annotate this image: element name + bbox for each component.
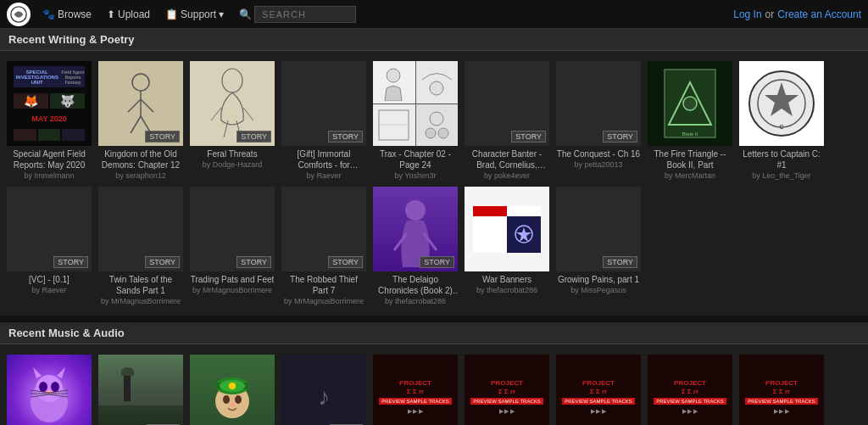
svg-point-47 [229, 383, 236, 389]
item-author: by thefacrobat286 [385, 297, 446, 305]
story-badge: STORY [236, 256, 271, 268]
gallery-item[interactable]: STORYCharacter Banter - Brad, Cornelius,… [461, 58, 553, 183]
item-title: Trax - Chapter 02 - Page 24 [373, 148, 458, 171]
item-title: Growing Pains, part 1 [558, 274, 639, 285]
svg-line-8 [211, 108, 221, 120]
gallery-item[interactable]: SPECIAL INVESTIGATIONS UNITField Agent R… [3, 58, 95, 183]
item-title: [Gift] Immortal Comforts - for HyenaGlas… [281, 148, 366, 171]
svg-marker-33 [57, 367, 65, 378]
site-logo[interactable] [7, 3, 31, 26]
gallery-item[interactable]: PROJECTΣ Σ rr PREVIEW SAMPLE TRACKS ▶ ▶ … [644, 351, 736, 425]
svg-line-5 [131, 116, 141, 133]
story-badge: STORY [236, 131, 271, 143]
item-title: War Banners [482, 274, 531, 285]
navbar: 🐾 Browse ⬆ Upload 📋 Support ▾ 🔍 Log In o… [0, 0, 868, 29]
item-author: by poke4ever [484, 171, 530, 180]
item-author: by MissPegasus [570, 286, 626, 294]
gallery-item[interactable]: PROJECTΣ Σ rr PREVIEW SAMPLE TRACKS ▶ ▶ … [461, 351, 553, 425]
gallery-item[interactable]: Book II The Fire Triangle -- Book II, Pa… [644, 58, 736, 183]
svg-point-13 [430, 81, 443, 95]
story-badge: STORY [328, 131, 363, 143]
support-nav[interactable]: 📋 Support ▾ [159, 5, 231, 24]
gallery-item[interactable]: STORYFeral Threatsby Dodge-Hazard [186, 58, 278, 183]
svg-point-35 [51, 382, 59, 392]
support-icon: 📋 [165, 8, 178, 20]
gallery-item[interactable]: PROJECTΣ Σ rr PREVIEW SAMPLE TRACKS ▶ ▶ … [553, 351, 644, 425]
item-title: Letters to Captain C: #1 [739, 148, 824, 171]
gallery-item[interactable]: STORYThe Robbed Thief Part 7by MrMagnusB… [278, 183, 370, 309]
item-title: Twin Tales of the Sands Part 1 [98, 274, 183, 296]
gallery-item[interactable]: STORYTrading Pats and Feetby MrMagnusBor… [186, 183, 278, 309]
gallery-item[interactable]: STORYThe Conquest - Ch 16by petta20013 [553, 58, 644, 183]
svg-point-49 [235, 395, 242, 404]
music-section-header: Recent Music & Audio [0, 322, 868, 344]
item-author: by MrMagnusBorrimere [192, 286, 272, 294]
story-badge: STORY [603, 131, 637, 143]
svg-point-21 [683, 97, 697, 110]
svg-point-26 [405, 200, 426, 221]
story-badge: STORY [420, 256, 454, 268]
upload-label: Upload [118, 8, 150, 20]
svg-point-50 [230, 403, 235, 406]
writing-section-header: Recent Writing & Poetry [0, 29, 868, 51]
story-badge: STORY [603, 256, 637, 268]
gallery-item[interactable]: MUSICБежать так быстро / Run so fastby M… [95, 351, 186, 425]
gallery-item[interactable]: STORY[Gift] Immortal Comforts - for Hyen… [278, 58, 370, 183]
item-author: by thefacrobat286 [476, 286, 537, 294]
gallery-item[interactable]: White Lion With the Green Mane (Drum Cad… [186, 351, 278, 425]
login-link[interactable]: Log In [733, 8, 761, 20]
support-label: Support [181, 8, 216, 20]
nav-links: 🐾 Browse ⬆ Upload 📋 Support ▾ 🔍 [36, 3, 363, 26]
item-author: by Immelmann [24, 171, 74, 180]
item-title: The Fire Triangle -- Book II, Part [648, 148, 732, 171]
item-title: Special Agent Field Reports: May 2020 [7, 148, 92, 171]
svg-line-9 [243, 108, 253, 120]
item-title: The Delaigo Chronicles (Book 2) (Canto 4… [373, 274, 458, 296]
create-account-link[interactable]: Create an Account [777, 8, 861, 20]
browse-nav[interactable]: 🐾 Browse [36, 5, 98, 24]
svg-point-17 [426, 128, 436, 138]
gallery-item[interactable]: C Letters to Captain C: #1by Leo_the_Tig… [736, 58, 827, 183]
story-badge: STORY [145, 256, 180, 268]
item-title: [VC] - [0.1] [29, 274, 70, 285]
auth-links: Log In or Create an Account [733, 8, 861, 20]
item-author: by Yoshim3r [394, 171, 436, 180]
item-author: by MrMagnusBorrimere [101, 297, 181, 305]
svg-point-16 [430, 112, 443, 126]
search-input[interactable] [254, 6, 356, 23]
upload-nav[interactable]: ⬆ Upload [100, 5, 157, 24]
gallery-item[interactable]: PROJECTΣ Σ rr PREVIEW SAMPLE TRACKS ▶ ▶ … [736, 351, 827, 425]
item-author: by Raever [306, 171, 341, 180]
story-badge: STORY [511, 131, 546, 143]
gallery-item[interactable]: STORYThe Delaigo Chronicles (Book 2) (Ca… [370, 183, 461, 309]
svg-text:C: C [779, 124, 783, 130]
writing-section-title: Recent Writing & Poetry [8, 33, 135, 46]
gallery-item[interactable]: War Bannersby thefacrobat286 [461, 183, 553, 309]
paw-icon: 🐾 [42, 8, 55, 20]
gallery-item[interactable]: STORYKingdom of the Old Demons: Chapter … [95, 58, 186, 183]
gallery-item[interactable]: STORY[VC] - [0.1]by Raever [3, 183, 95, 309]
item-title: The Conquest - Ch 16 [557, 148, 640, 159]
story-badge: STORY [145, 131, 180, 143]
item-author: by Dodge-Hazard [203, 160, 263, 169]
search-icon: 🔍 [239, 8, 252, 20]
item-author: by seraphon12 [115, 171, 166, 180]
item-title: Character Banter - Brad, Cornelius, Harl… [465, 148, 549, 171]
svg-marker-32 [33, 367, 42, 378]
item-title: Feral Threats [207, 148, 257, 159]
item-title: The Robbed Thief Part 7 [281, 274, 366, 296]
gallery-item[interactable]: Trax - Chapter 02 - Page 24by Yoshim3r [370, 58, 461, 183]
browse-label: Browse [58, 8, 92, 20]
gallery-item[interactable]: STORYTwin Tales of the Sands Part 1by Mr… [95, 183, 186, 309]
item-author: by Raever [31, 286, 66, 294]
item-title: Trading Pats and Feet [191, 274, 275, 285]
gallery-item[interactable]: PROJECTΣ Σ rr PREVIEW SAMPLE TRACKS ▶ ▶ … [370, 351, 461, 425]
gallery-item[interactable]: STORYGrowing Pains, part 1by MissPegasus [553, 183, 644, 309]
item-title: Kingdom of the Old Demons: Chapter 12 [98, 148, 183, 171]
item-author: by petta20013 [574, 160, 622, 169]
item-author: by MercMartan [665, 171, 715, 180]
gallery-item[interactable]: ♪ MUSICPretending To Be Straight [Instru… [278, 351, 370, 425]
svg-point-7 [222, 69, 242, 92]
upload-icon: ⬆ [107, 8, 115, 20]
gallery-item[interactable]: Boomby tundrafox1 [3, 351, 95, 425]
